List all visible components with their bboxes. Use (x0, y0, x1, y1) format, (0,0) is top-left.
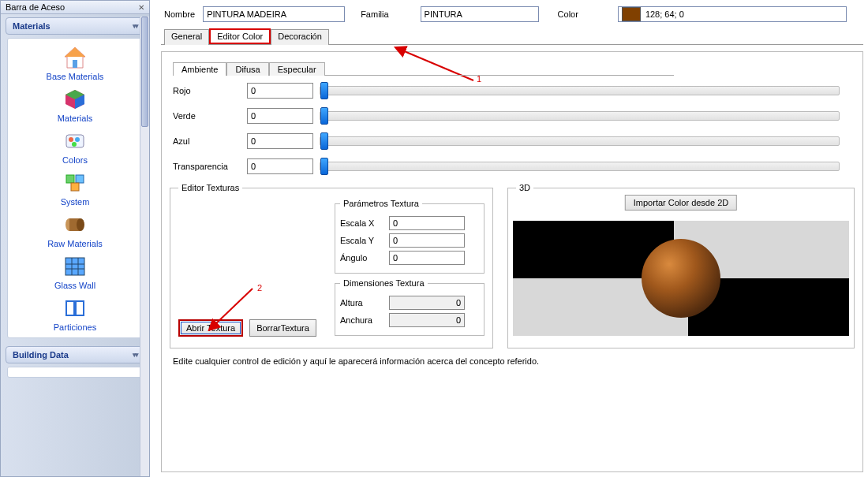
subtab-especular[interactable]: Especular (269, 62, 325, 76)
annotation-label-2: 2 (257, 283, 262, 293)
svg-point-9 (72, 142, 77, 147)
tab-label: General (171, 32, 202, 41)
borrar-textura-button[interactable]: BorrarTextura (249, 319, 316, 337)
sidebar-item-label: System (61, 197, 90, 207)
button-label: Abrir Textura (186, 323, 235, 333)
svg-rect-10 (66, 175, 74, 183)
svg-rect-22 (73, 301, 77, 315)
button-label: BorrarTextura (256, 323, 309, 333)
import-color-2d-button[interactable]: Importar Color desde 2D (625, 195, 737, 211)
sidebar-item-glass-wall[interactable]: Glass Wall (9, 252, 140, 291)
slider-label: Transparencia (173, 162, 241, 171)
slider-thumb[interactable] (320, 82, 328, 99)
cube-icon (61, 86, 89, 113)
sidebar-title-text: Barra de Aceso (6, 2, 65, 12)
log-icon (61, 211, 89, 238)
editor-color-content: Ambiente Difusa Especular Rojo Verde Azu… (166, 55, 858, 464)
sidebar-scrollbar[interactable] (140, 17, 149, 476)
texture-right: Parámetros Textura Escala X Escala Y Áng… (335, 199, 485, 340)
scrollbar-thumb[interactable] (141, 17, 148, 127)
sidebar-item-label: Raw Materials (47, 239, 103, 248)
svg-marker-1 (65, 47, 85, 57)
slider-value-input[interactable] (247, 133, 313, 149)
abrir-textura-button[interactable]: Abrir Textura (178, 319, 243, 337)
texture-left: 2 Abrir Textura BorrarTextura (178, 199, 328, 340)
accordion-header-building-data[interactable]: Building Data ▾▾ (6, 346, 144, 363)
sidebar-item-base-materials[interactable]: Base Materials (9, 43, 140, 82)
sidebar-item-label: Particiones (54, 322, 96, 332)
sidebar-item-colors[interactable]: Colors (9, 127, 140, 166)
tab-label: Editor Color (217, 32, 263, 41)
sidebar-item-label: Colors (62, 155, 88, 165)
accordion-body-materials: Base Materials Materials Colors System R… (7, 38, 143, 338)
tab-editor-color[interactable]: Editor Color (209, 28, 271, 44)
sidebar-item-raw-materials[interactable]: Raw Materials (9, 211, 140, 249)
slider-track[interactable] (320, 136, 840, 146)
angulo-input[interactable] (389, 251, 465, 265)
accordion-header-materials[interactable]: Materials ▾▾ (6, 17, 144, 35)
altura-value (389, 296, 465, 310)
texture-editor-group: Editor Texturas 2 Abrir Textura BorrarTe… (170, 183, 493, 348)
params-textura-group: Parámetros Textura Escala X Escala Y Áng… (335, 199, 485, 274)
preview-3d-canvas (513, 221, 849, 336)
palette-icon (61, 128, 89, 155)
slider-value-input[interactable] (247, 83, 313, 99)
sidebar-title-bar: Barra de Aceso ✕ (1, 1, 149, 14)
familia-input[interactable] (421, 6, 539, 22)
altura-label: Altura (340, 298, 384, 307)
escala-x-input[interactable] (389, 216, 465, 230)
nombre-input[interactable] (203, 6, 345, 22)
slider-track[interactable] (320, 111, 840, 121)
subtab-label: Especular (278, 65, 316, 74)
svg-point-7 (69, 137, 73, 142)
params-legend: Parámetros Textura (340, 199, 422, 208)
slider-thumb[interactable] (320, 107, 328, 125)
tab-general[interactable]: General (164, 29, 209, 45)
accordion-header-label: Materials (13, 21, 51, 31)
house-icon (61, 44, 89, 71)
top-fields: Nombre Familia Color 128; 64; 0 (161, 6, 863, 22)
preview-3d-legend: 3D (516, 183, 533, 192)
grid-icon (61, 253, 89, 280)
color-value-text: 128; 64; 0 (645, 9, 684, 19)
slider-thumb[interactable] (320, 158, 328, 175)
svg-rect-12 (71, 183, 79, 191)
dims-legend: Dimensiones Textura (340, 278, 428, 288)
subtab-difusa[interactable]: Difusa (226, 62, 268, 76)
texture-editor-legend: Editor Texturas (178, 183, 242, 192)
slider-thumb[interactable] (320, 132, 328, 150)
color-label: Color (558, 9, 578, 19)
sidebar-item-particiones[interactable]: Particiones (9, 294, 140, 333)
slider-label: Verde (173, 111, 241, 121)
texture-buttons: Abrir Textura BorrarTextura (178, 319, 328, 337)
slider-row-transparencia: Transparencia (173, 156, 851, 177)
slider-track[interactable] (320, 162, 840, 171)
sidebar: Barra de Aceso ✕ Materials ▾▾ Base Mater… (0, 0, 150, 477)
chevron-down-icon: ▾▾ (133, 351, 137, 359)
svg-rect-16 (65, 258, 84, 275)
sidebar-item-sections[interactable]: Sections (9, 372, 140, 378)
main-tabstrip: General Editor Color Decoración (161, 28, 863, 45)
tab-label: Decoración (278, 32, 322, 41)
system-icon (61, 170, 89, 196)
sidebar-item-materials[interactable]: Materials (9, 85, 140, 124)
svg-rect-11 (76, 175, 84, 183)
anchura-label: Anchura (340, 315, 384, 325)
slider-label: Azul (173, 136, 241, 146)
color-field[interactable]: 128; 64; 0 (618, 6, 847, 22)
sections-icon (61, 373, 89, 378)
nombre-label: Nombre (164, 9, 195, 19)
escala-y-input[interactable] (389, 233, 465, 248)
slider-row-rojo: Rojo (173, 80, 851, 101)
slider-value-input[interactable] (247, 158, 313, 174)
subtab-ambiente[interactable]: Ambiente (173, 62, 226, 76)
sidebar-item-system[interactable]: System (9, 169, 140, 207)
escala-y-label: Escala Y (340, 236, 384, 245)
tab-decoracion[interactable]: Decoración (271, 29, 329, 45)
angulo-label: Ángulo (340, 253, 384, 263)
familia-label: Familia (361, 9, 388, 19)
close-icon[interactable]: ✕ (138, 3, 144, 12)
partition-icon (61, 295, 89, 322)
slider-track[interactable] (320, 86, 840, 95)
slider-value-input[interactable] (247, 108, 313, 124)
